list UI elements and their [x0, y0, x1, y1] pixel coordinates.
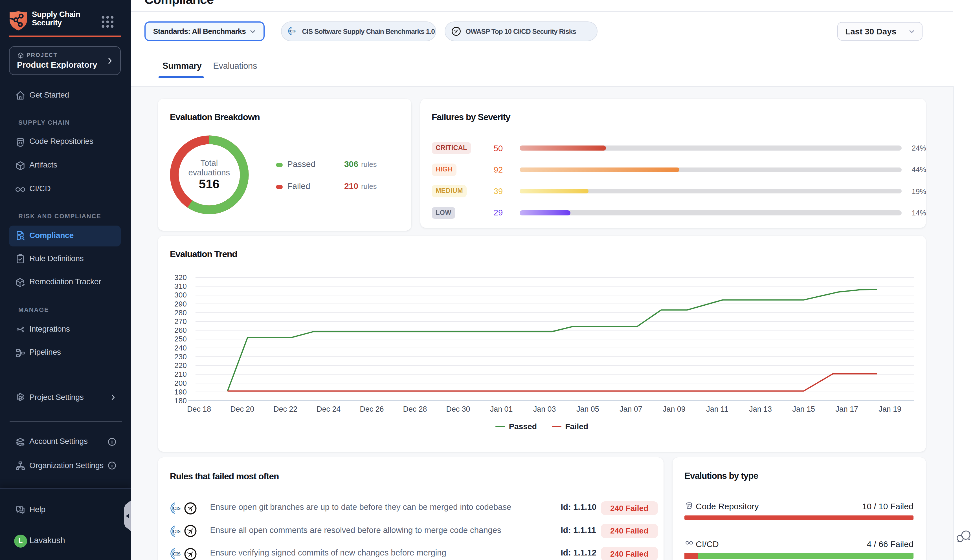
svg-text:270: 270	[174, 317, 187, 326]
svg-text:220: 220	[174, 361, 187, 370]
svg-text:Jan 13: Jan 13	[749, 405, 771, 413]
svg-text:210: 210	[174, 370, 187, 378]
svg-text:Jan 17: Jan 17	[836, 405, 858, 413]
svg-text:250: 250	[174, 335, 187, 343]
svg-text:Dec 24: Dec 24	[317, 405, 341, 413]
svg-text:CIS: CIS	[290, 29, 296, 33]
svg-text:260: 260	[174, 326, 187, 334]
svg-text:Jan 03: Jan 03	[533, 405, 556, 413]
svg-text:Jan 07: Jan 07	[619, 405, 642, 413]
svg-text:300: 300	[174, 291, 187, 299]
svg-text:Jan 11: Jan 11	[706, 405, 728, 413]
svg-text:190: 190	[174, 388, 187, 396]
svg-text:Dec 22: Dec 22	[273, 405, 297, 413]
svg-text:230: 230	[174, 352, 187, 361]
svg-text:CIS: CIS	[173, 551, 180, 557]
svg-text:Dec 26: Dec 26	[360, 405, 384, 413]
svg-text:Dec 30: Dec 30	[446, 405, 470, 413]
svg-text:310: 310	[174, 282, 187, 290]
svg-text:Jan 19: Jan 19	[879, 405, 902, 413]
svg-text:CIS: CIS	[173, 528, 180, 534]
svg-text:Jan 09: Jan 09	[663, 405, 685, 413]
svg-text:Jan 15: Jan 15	[793, 405, 815, 413]
svg-text:Jan 05: Jan 05	[576, 405, 599, 413]
svg-text:320: 320	[174, 273, 187, 282]
svg-text:280: 280	[174, 308, 187, 317]
svg-text:240: 240	[174, 344, 187, 352]
svg-text:Dec 28: Dec 28	[403, 405, 427, 413]
svg-text:180: 180	[174, 397, 187, 405]
svg-text:CIS: CIS	[173, 506, 180, 511]
svg-text:Dec 20: Dec 20	[230, 405, 254, 413]
svg-text:290: 290	[174, 300, 187, 308]
svg-text:Dec 18: Dec 18	[187, 405, 211, 413]
svg-text:200: 200	[174, 379, 187, 387]
svg-text:Jan 01: Jan 01	[490, 405, 513, 413]
